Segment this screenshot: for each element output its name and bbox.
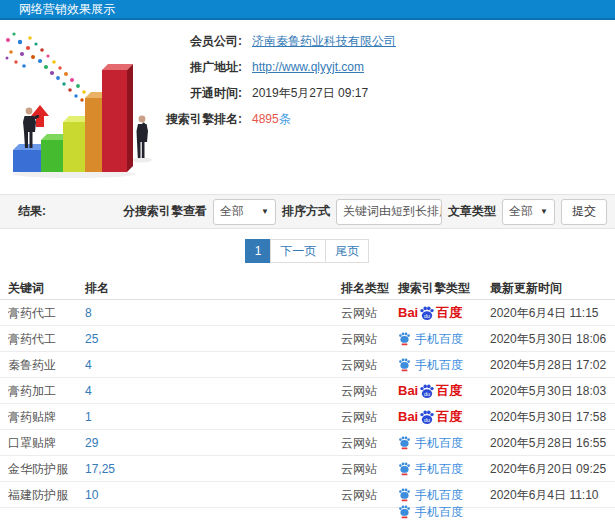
- rank-link[interactable]: 1: [85, 404, 92, 430]
- keyword-cell: 膏药代工: [8, 300, 56, 326]
- engine-select[interactable]: 全部 ▼: [213, 199, 276, 225]
- engine-type-cell: Bai du 百度: [398, 404, 462, 430]
- company-link[interactable]: 济南秦鲁药业科技有限公司: [252, 33, 396, 50]
- baidu-paw-icon: du: [419, 306, 435, 321]
- table-row: 福建防护服 10 云网站 手机百度 2020年6月4日 11:10: [0, 482, 615, 508]
- baidu-bai-text: Bai: [398, 300, 418, 326]
- baidu-mobile-logo: 手机百度: [398, 326, 463, 352]
- table-row: 膏药代工 8 云网站 Bai du 百度 2020年6月4日 11:15: [0, 300, 615, 326]
- baidu-mobile-logo: 手机百度: [398, 352, 463, 378]
- rank-count-number: 4895: [252, 112, 279, 126]
- col-header-keyword: 关键词: [8, 276, 44, 300]
- table-row: 手机百度: [0, 508, 615, 520]
- table-row: 秦鲁药业 4 云网站 手机百度 2020年5月28日 17:02: [0, 352, 615, 378]
- rank-type-cell: 云网站: [341, 378, 377, 404]
- chevron-down-icon: ▼: [536, 207, 548, 216]
- sort-select[interactable]: 关键词由短到长排序 ▼: [336, 199, 442, 225]
- baidu-paw-icon: du: [419, 384, 435, 399]
- last-page-button[interactable]: 尾页: [325, 239, 369, 263]
- baidu-mobile-label: 手机百度: [415, 430, 463, 456]
- engine-filter-label: 分搜索引擎查看: [123, 203, 207, 220]
- keyword-rank-table: 关键词 排名 排名类型 搜索引擎类型 最新更新时间 膏药代工 8 云网站 Bai…: [0, 276, 615, 520]
- next-page-button[interactable]: 下一页: [270, 239, 326, 263]
- engine-type-cell: Bai du 百度: [398, 300, 462, 326]
- result-label: 结果:: [18, 203, 46, 220]
- updated-time-cell: 2020年5月28日 17:02: [490, 352, 606, 378]
- filter-bar: 结果: 分搜索引擎查看 全部 ▼ 排序方式 关键词由短到长排序 ▼ 文章类型 全…: [0, 194, 615, 229]
- keyword-cell: 膏药加工: [8, 378, 56, 404]
- baidu-pc-logo: Bai du 百度: [398, 378, 462, 404]
- confetti-dots: [6, 32, 86, 101]
- baidu-mobile-label: 手机百度: [415, 499, 463, 520]
- rank-link[interactable]: 29: [85, 430, 98, 456]
- promo-url-link[interactable]: http://www.qlyyjt.com: [252, 60, 364, 74]
- rank-link[interactable]: 17,25: [85, 456, 115, 482]
- engine-type-cell: 手机百度: [398, 430, 463, 456]
- rank-type-cell: 云网站: [341, 430, 377, 456]
- baidu-mobile-paw-icon: [398, 358, 411, 372]
- col-header-rank-type: 排名类型: [341, 276, 389, 300]
- updated-time-cell: 2020年5月30日 18:06: [490, 326, 606, 352]
- engine-type-cell: 手机百度: [398, 499, 463, 520]
- page-1-button[interactable]: 1: [245, 239, 272, 263]
- pagination: 1 下一页 尾页: [0, 239, 615, 263]
- company-field: 会员公司: 济南秦鲁药业科技有限公司: [162, 28, 396, 54]
- rank-type-cell: 云网站: [341, 352, 377, 378]
- rank-count-field: 搜索引擎排名: 4895条: [162, 106, 396, 132]
- svg-text:du: du: [424, 390, 430, 396]
- rank-link[interactable]: 4: [85, 378, 92, 404]
- engine-type-cell: 手机百度: [398, 326, 463, 352]
- baidu-mobile-label: 手机百度: [415, 326, 463, 352]
- rank-count-value: 4895条: [252, 111, 291, 128]
- rank-link[interactable]: 8: [85, 300, 92, 326]
- rank-type-cell: 云网站: [341, 404, 377, 430]
- open-time-label: 开通时间:: [162, 85, 242, 102]
- engine-type-cell: 手机百度: [398, 456, 463, 482]
- updated-time-cell: 2020年5月30日 17:58: [490, 404, 606, 430]
- baidu-mobile-label: 手机百度: [415, 456, 463, 482]
- baidu-pc-logo: Bai du 百度: [398, 404, 462, 430]
- baidu-mobile-paw-icon: [398, 436, 411, 450]
- rank-count-label: 搜索引擎排名:: [162, 111, 242, 128]
- baidu-mobile-paw-icon: [398, 462, 411, 476]
- keyword-cell: 金华防护服: [8, 456, 68, 482]
- engine-select-value: 全部: [220, 203, 244, 220]
- sort-select-value: 关键词由短到长排序: [343, 203, 442, 220]
- rank-link[interactable]: 4: [85, 352, 92, 378]
- baidu-mobile-label: 手机百度: [415, 352, 463, 378]
- col-header-engine-type: 搜索引擎类型: [398, 276, 470, 300]
- keyword-cell: 秦鲁药业: [8, 352, 56, 378]
- article-type-label: 文章类型: [448, 203, 496, 220]
- chevron-down-icon: ▼: [257, 207, 269, 216]
- rank-link[interactable]: 25: [85, 326, 98, 352]
- baidu-paw-icon: du: [419, 410, 435, 425]
- person-right: [137, 116, 149, 158]
- page-title: 网络营销效果展示: [0, 0, 615, 18]
- submit-button[interactable]: 提交: [561, 199, 607, 225]
- baidu-mobile-paw-icon: [398, 332, 411, 346]
- table-row: 金华防护服 17,25 云网站 手机百度 2020年6月20日 09:25: [0, 456, 615, 482]
- baidu-cn-text: 百度: [436, 300, 462, 326]
- sort-label: 排序方式: [282, 203, 330, 220]
- rank-link[interactable]: 10: [85, 482, 98, 508]
- open-time-value: 2019年5月27日 09:17: [252, 85, 368, 102]
- rank-type-cell: 云网站: [341, 482, 377, 508]
- baidu-cn-text: 百度: [436, 404, 462, 430]
- table-header: 关键词 排名 排名类型 搜索引擎类型 最新更新时间: [0, 276, 615, 300]
- engine-type-cell: Bai du 百度: [398, 378, 462, 404]
- bar-red: [102, 64, 133, 172]
- keyword-cell: 口罩贴牌: [8, 430, 56, 456]
- rank-type-cell: 云网站: [341, 326, 377, 352]
- col-header-rank: 排名: [85, 276, 109, 300]
- promo-url-field: 推广地址: http://www.qlyyjt.com: [162, 54, 396, 80]
- svg-text:du: du: [424, 312, 430, 318]
- member-info: 会员公司: 济南秦鲁药业科技有限公司 推广地址: http://www.qlyy…: [162, 28, 396, 132]
- table-row: 膏药加工 4 云网站 Bai du 百度 2020年5月30日 18:03: [0, 378, 615, 404]
- company-label: 会员公司:: [162, 33, 242, 50]
- col-header-updated: 最新更新时间: [490, 276, 562, 300]
- article-type-select-value: 全部: [509, 203, 533, 220]
- baidu-mobile-logo: 手机百度: [398, 456, 463, 482]
- keyword-cell: 福建防护服: [8, 482, 68, 508]
- baidu-mobile-paw-icon: [398, 505, 411, 519]
- article-type-select[interactable]: 全部 ▼: [502, 199, 555, 225]
